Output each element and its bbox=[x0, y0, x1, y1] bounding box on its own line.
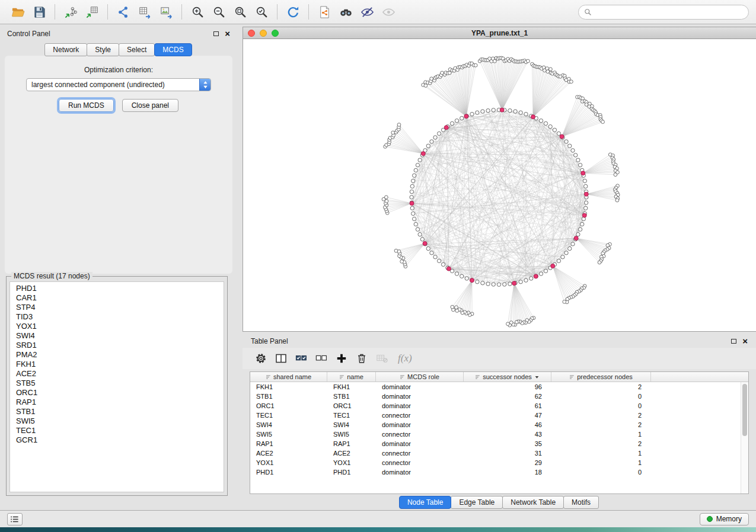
close-table-panel-icon[interactable]: × bbox=[742, 338, 748, 344]
tab-style[interactable]: Style bbox=[87, 43, 119, 56]
float-table-panel-icon[interactable] bbox=[731, 339, 736, 344]
tab-edge-table[interactable]: Edge Table bbox=[451, 496, 503, 509]
tab-network-table[interactable]: Network Table bbox=[502, 496, 564, 509]
control-panel-header: Control Panel × bbox=[0, 27, 237, 41]
mcds-result-title: MCDS result (17 nodes) bbox=[11, 272, 92, 280]
hide-selected-icon[interactable] bbox=[356, 3, 378, 21]
export-network-icon[interactable] bbox=[113, 3, 134, 21]
column-header-name[interactable]: name bbox=[327, 372, 376, 382]
list-item[interactable]: ACE2 bbox=[16, 369, 224, 379]
network-canvas[interactable] bbox=[243, 39, 756, 331]
list-item[interactable]: SRD1 bbox=[16, 341, 224, 350]
list-item[interactable]: CAR1 bbox=[16, 293, 224, 303]
table-row[interactable]: SWI5SWI5connector431 bbox=[250, 430, 741, 439]
table-row[interactable]: TEC1TEC1connector472 bbox=[250, 411, 741, 420]
mcds-tab-content: Optimization criterion: largest connecte… bbox=[5, 56, 232, 274]
zoom-fit-icon[interactable] bbox=[229, 3, 251, 21]
binoculars-icon[interactable] bbox=[335, 3, 356, 21]
table-row[interactable]: FKH1FKH1dominator962 bbox=[250, 382, 741, 392]
list-item[interactable]: TID3 bbox=[16, 312, 224, 322]
close-panel-icon[interactable]: × bbox=[225, 31, 230, 37]
export-table-icon[interactable] bbox=[134, 3, 155, 21]
right-column: YPA_prune.txt_1 Table Panel × bbox=[243, 27, 756, 510]
list-item[interactable]: SWI4 bbox=[16, 331, 224, 341]
list-item[interactable]: ORC1 bbox=[16, 388, 224, 398]
tab-motifs[interactable]: Motifs bbox=[563, 496, 599, 509]
cell-predecessor-nodes: 2 bbox=[551, 440, 651, 447]
import-table-icon[interactable] bbox=[81, 3, 103, 21]
open-folder-icon[interactable] bbox=[7, 3, 28, 21]
criterion-select[interactable]: largest connected component (undirected) bbox=[26, 78, 211, 91]
search-input[interactable] bbox=[595, 8, 743, 16]
apply-layout-icon[interactable] bbox=[282, 3, 304, 21]
cell-predecessor-nodes: 0 bbox=[551, 402, 651, 409]
table-row[interactable]: PHD1PHD1dominator180 bbox=[250, 467, 741, 477]
column-header-predecessor-nodes[interactable]: predecessor nodes bbox=[551, 372, 651, 382]
list-item[interactable]: STB1 bbox=[16, 407, 224, 416]
list-item[interactable]: PHD1 bbox=[16, 284, 224, 293]
cell-name: FKH1 bbox=[327, 383, 376, 390]
run-mcds-button[interactable]: Run MCDS bbox=[59, 99, 114, 112]
toolbar-separator bbox=[107, 4, 108, 20]
list-item[interactable]: FKH1 bbox=[16, 360, 224, 369]
cell-name: STB1 bbox=[327, 393, 376, 400]
cell-predecessor-nodes: 2 bbox=[551, 383, 651, 390]
search-box[interactable] bbox=[578, 5, 749, 20]
add-row-icon[interactable] bbox=[333, 350, 350, 367]
save-icon[interactable] bbox=[28, 3, 50, 21]
cell-successor-nodes: 18 bbox=[464, 469, 551, 476]
list-item[interactable]: RAP1 bbox=[16, 398, 224, 407]
network-graph[interactable] bbox=[243, 39, 756, 331]
table-row[interactable]: SWI4SWI4dominator462 bbox=[250, 420, 741, 430]
delete-row-icon[interactable] bbox=[353, 350, 371, 367]
zoom-selected-icon[interactable] bbox=[251, 3, 272, 21]
memory-status-icon bbox=[707, 516, 713, 522]
column-header-successor-nodes[interactable]: successor nodes bbox=[464, 372, 551, 382]
cell-shared-name: ACE2 bbox=[250, 450, 327, 457]
list-item[interactable]: YOX1 bbox=[16, 322, 224, 331]
table-row[interactable]: ORC1ORC1dominator610 bbox=[250, 401, 741, 411]
list-item[interactable]: STB5 bbox=[16, 379, 224, 388]
tab-mcds[interactable]: MCDS bbox=[154, 43, 192, 56]
table-panel-title: Table Panel bbox=[251, 337, 288, 345]
cell-MCDS-role: connector bbox=[376, 450, 464, 457]
close-window-icon[interactable] bbox=[248, 30, 255, 37]
table-row[interactable]: STB1STB1dominator620 bbox=[250, 392, 741, 401]
table-settings-icon[interactable] bbox=[252, 350, 270, 367]
tab-network[interactable]: Network bbox=[44, 43, 87, 56]
zoom-in-icon[interactable] bbox=[187, 3, 208, 21]
column-header-shared-name[interactable]: shared name bbox=[250, 372, 327, 382]
select-all-icon[interactable] bbox=[292, 350, 310, 367]
status-bar: Memory bbox=[0, 510, 756, 527]
list-item[interactable]: GCR1 bbox=[16, 435, 224, 445]
zoom-out-icon[interactable] bbox=[208, 3, 229, 21]
close-panel-button[interactable]: Close panel bbox=[122, 99, 178, 112]
list-item[interactable]: TEC1 bbox=[16, 426, 224, 435]
cell-name: ORC1 bbox=[327, 402, 376, 409]
tab-node-table[interactable]: Node Table bbox=[399, 496, 452, 509]
ui-settings-button[interactable] bbox=[7, 513, 23, 525]
column-header-MCDS-role[interactable]: MCDS role bbox=[376, 372, 464, 382]
maximize-window-icon[interactable] bbox=[272, 30, 279, 37]
cell-MCDS-role: connector bbox=[376, 431, 464, 438]
search-icon bbox=[584, 8, 592, 16]
tab-select[interactable]: Select bbox=[119, 43, 155, 56]
list-item[interactable]: SWI5 bbox=[16, 416, 224, 426]
export-document-icon[interactable] bbox=[314, 3, 335, 21]
deselect-all-icon[interactable] bbox=[312, 350, 330, 367]
table-scrollbar[interactable] bbox=[741, 382, 748, 493]
scrollbar-thumb[interactable] bbox=[742, 384, 747, 436]
show-columns-icon[interactable] bbox=[272, 350, 290, 367]
table-row[interactable]: RAP1RAP1dominator352 bbox=[250, 439, 741, 448]
cell-shared-name: ORC1 bbox=[250, 402, 327, 409]
panel-splitter[interactable] bbox=[237, 27, 243, 510]
float-panel-icon[interactable] bbox=[213, 31, 219, 36]
table-row[interactable]: ACE2ACE2connector311 bbox=[250, 448, 741, 458]
import-network-icon[interactable] bbox=[60, 3, 81, 21]
list-item[interactable]: PMA2 bbox=[16, 350, 224, 360]
export-image-icon[interactable] bbox=[155, 3, 177, 21]
minimize-window-icon[interactable] bbox=[260, 30, 267, 37]
table-row[interactable]: YOX1YOX1connector291 bbox=[250, 458, 741, 467]
list-item[interactable]: STP4 bbox=[16, 303, 224, 312]
memory-button[interactable]: Memory bbox=[700, 513, 749, 525]
